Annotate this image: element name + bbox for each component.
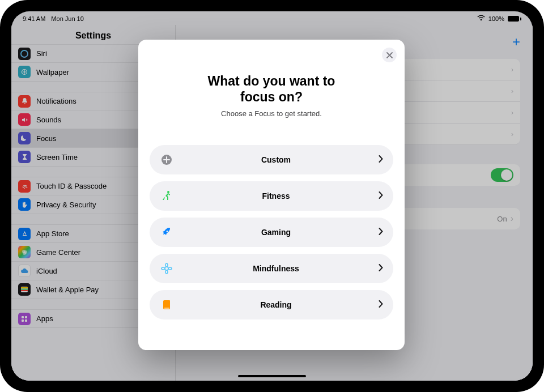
svg-point-17: [165, 270, 168, 274]
lotus-icon: [160, 263, 173, 274]
chevron-right-icon: [379, 191, 383, 201]
focus-option-gaming[interactable]: Gaming: [150, 218, 393, 247]
focus-option-custom[interactable]: Custom: [150, 145, 393, 174]
svg-point-18: [162, 267, 165, 270]
modal-title: What do you want to focus on?: [150, 74, 393, 105]
home-indicator[interactable]: [238, 375, 306, 377]
svg-rect-20: [164, 308, 169, 309]
status-date: Mon Jun 10: [51, 15, 83, 22]
battery-percent: 100%: [488, 15, 504, 22]
chevron-right-icon: [379, 155, 383, 165]
status-bar: 9:41 AM Mon Jun 10 100%: [11, 11, 533, 24]
focus-option-label: Gaming: [173, 228, 379, 237]
focus-option-label: Mindfulness: [173, 264, 379, 273]
focus-option-label: Reading: [173, 300, 379, 309]
focus-option-label: Fitness: [173, 191, 379, 201]
book-icon: [160, 300, 173, 310]
screen: 9:41 AM Mon Jun 10 100% Settings: [11, 11, 533, 381]
svg-point-14: [167, 191, 169, 193]
battery-icon: [508, 16, 521, 22]
ipad-frame: 9:41 AM Mon Jun 10 100% Settings: [0, 0, 544, 392]
running-icon: [160, 190, 173, 202]
svg-point-15: [165, 267, 168, 270]
chevron-right-icon: [379, 300, 383, 310]
status-time: 9:41 AM: [23, 15, 45, 22]
focus-option-label: Custom: [173, 155, 379, 164]
modal-title-line2: focus on?: [240, 90, 303, 104]
svg-point-19: [168, 267, 172, 270]
wifi-icon: [477, 15, 485, 22]
svg-point-16: [165, 263, 168, 267]
focus-option-mindfulness[interactable]: Mindfulness: [150, 254, 393, 283]
plus-circle-icon: [160, 154, 173, 165]
focus-option-reading[interactable]: Reading: [150, 290, 393, 319]
chevron-right-icon: [379, 227, 383, 237]
close-button[interactable]: [382, 48, 397, 62]
rocket-icon: [160, 227, 173, 237]
chevron-right-icon: [379, 263, 383, 274]
focus-option-fitness[interactable]: Fitness: [150, 181, 393, 211]
focus-chooser-modal: What do you want to focus on? Choose a F…: [138, 40, 405, 350]
close-icon: [386, 52, 393, 58]
modal-title-line1: What do you want to: [208, 74, 335, 88]
modal-subtitle: Choose a Focus to get started.: [150, 109, 393, 118]
